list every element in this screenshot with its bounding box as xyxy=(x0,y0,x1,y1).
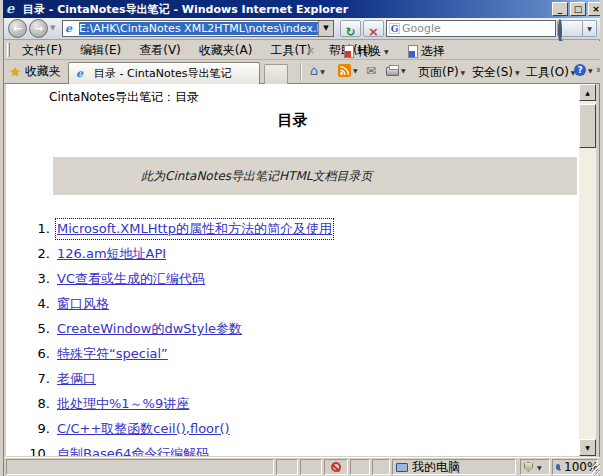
menu-view[interactable]: 查看(V) xyxy=(130,42,190,59)
select-label: 选择 xyxy=(421,43,445,60)
convert-dropdown-icon[interactable]: ▼ xyxy=(384,48,389,55)
help-dropdown-icon[interactable]: ▼ xyxy=(588,67,593,74)
home-dropdown-icon[interactable]: ▼ xyxy=(320,68,325,75)
ie-logo-icon: e xyxy=(6,2,20,16)
scroll-down-button[interactable]: ▼ xyxy=(579,439,596,456)
address-dropdown-icon[interactable]: ▼ xyxy=(318,21,333,36)
stop-button[interactable]: × xyxy=(363,20,384,37)
convert-button[interactable]: 转换 ▼ xyxy=(344,43,389,60)
item-number: 3. xyxy=(24,271,50,286)
minimize-button[interactable]: _ xyxy=(552,2,568,16)
list-item: 4. 窗口风格 xyxy=(24,295,332,320)
list-item: 9. C/C++取整函数ceil(),floor() xyxy=(24,420,332,445)
page-menu-label: 页面(P) xyxy=(418,64,459,81)
item-number: 10. xyxy=(24,446,50,456)
favorites-button[interactable]: ★ 收藏夹 xyxy=(10,63,61,80)
feeds-dropdown-icon[interactable]: ▼ xyxy=(353,67,358,74)
status-panel-2 xyxy=(300,459,322,475)
search-icon xyxy=(558,19,562,42)
vertical-scrollbar[interactable]: ▲ ▼ xyxy=(579,84,596,456)
feeds-button[interactable]: ▼ xyxy=(338,64,358,77)
note-link[interactable]: 特殊字符“special” xyxy=(57,345,168,363)
maximize-button[interactable]: □ xyxy=(570,2,586,16)
list-item: 1. Microsoft.XMLHttp的属性和方法的简介及使用 xyxy=(24,220,332,245)
search-options-dropdown-icon[interactable]: ▼ xyxy=(583,20,597,37)
page-dropdown-icon: ▼ xyxy=(461,69,466,76)
protected-mode-dropdown-icon[interactable]: ▼ xyxy=(537,464,542,471)
tab-title: 目录 - CintaNotes导出笔记 xyxy=(94,66,232,81)
search-box[interactable]: G Google xyxy=(386,20,556,37)
menu-bar: 文件(F) 编辑(E) 查看(V) 收藏夹(A) 工具(T) 帮助(H) × 转… xyxy=(4,41,603,60)
safety-menu-button[interactable]: 安全(S) ▼ xyxy=(472,64,520,81)
page-menu-button[interactable]: 页面(P) ▼ xyxy=(418,64,465,81)
address-input[interactable]: E:\AHK\CintaNotes XML2HTML\notes\index.h… xyxy=(79,22,318,35)
item-number: 9. xyxy=(24,421,50,436)
address-bar[interactable]: e E:\AHK\CintaNotes XML2HTML\notes\index… xyxy=(62,20,334,37)
note-link[interactable]: Microsoft.XMLHttp的属性和方法的简介及使用 xyxy=(57,220,332,238)
help-button[interactable]: ? ▼ xyxy=(574,64,593,76)
note-link[interactable]: 批处理中%1～%9讲座 xyxy=(57,395,189,413)
note-link[interactable]: 126.am短地址API xyxy=(57,245,166,263)
search-button[interactable] xyxy=(557,20,583,37)
toolbar-overflow-icon[interactable]: » xyxy=(596,64,602,75)
stop-icon: × xyxy=(368,24,379,39)
addon-close-icon[interactable]: × xyxy=(306,41,315,60)
doc-title: 目录 xyxy=(6,111,579,130)
note-link[interactable]: 窗口风格 xyxy=(57,295,109,313)
forward-button[interactable]: → xyxy=(29,19,48,38)
convert-icon xyxy=(344,45,354,58)
note-link[interactable]: CreateWindow的dwStyle参数 xyxy=(57,320,242,338)
note-link[interactable]: VC查看或生成的汇编代码 xyxy=(57,270,205,288)
menu-favorites[interactable]: 收藏夹(A) xyxy=(190,42,262,59)
note-link[interactable]: 老俩口 xyxy=(57,370,96,388)
resize-grip[interactable] xyxy=(592,463,603,476)
scrollbar-thumb[interactable] xyxy=(579,104,596,148)
print-button[interactable]: ▼ xyxy=(386,64,406,76)
window-title: 目录 - CintaNotes导出笔记 - Windows Internet E… xyxy=(23,2,552,17)
printer-icon xyxy=(386,67,399,76)
print-dropdown-icon[interactable]: ▼ xyxy=(401,67,406,74)
browser-window: e 目录 - CintaNotes导出笔记 - Windows Internet… xyxy=(0,0,603,476)
list-item: 3. VC查看或生成的汇编代码 xyxy=(24,270,332,295)
status-message-panel xyxy=(6,459,274,475)
zoom-icon xyxy=(556,464,560,470)
navigation-bar: ← → ▼ e E:\AHK\CintaNotes XML2HTML\notes… xyxy=(4,18,603,40)
read-mail-button[interactable]: ✉ xyxy=(366,64,376,78)
list-item: 7. 老俩口 xyxy=(24,370,332,395)
select-button[interactable]: 选择 xyxy=(408,43,445,60)
toolbar-separator xyxy=(300,63,301,81)
feed-icon xyxy=(338,64,351,77)
page-content: CintaNotes导出笔记：目录 目录 此为CintaNotes导出笔记HTM… xyxy=(6,84,579,456)
note-link[interactable]: C/C++取整函数ceil(),floor() xyxy=(57,420,230,438)
tools-menu-button[interactable]: 工具(O) ▼ xyxy=(526,64,575,81)
refresh-button[interactable]: ↻ xyxy=(340,20,361,37)
home-button[interactable]: ⌂ ▼ xyxy=(310,64,325,78)
history-dropdown-icon[interactable]: ▼ xyxy=(50,24,55,32)
menu-grip xyxy=(7,43,10,57)
active-tab[interactable]: e 目录 - CintaNotes导出笔记 xyxy=(68,62,260,84)
protected-mode-panel[interactable]: ▼ xyxy=(520,459,550,475)
close-button[interactable]: × xyxy=(588,2,603,16)
item-number: 6. xyxy=(24,346,50,361)
menu-file[interactable]: 文件(F) xyxy=(13,42,71,59)
doc-header: CintaNotes导出笔记：目录 xyxy=(49,89,199,106)
page-favicon: e xyxy=(65,23,77,35)
new-tab-button[interactable] xyxy=(264,64,288,84)
menu-edit[interactable]: 编辑(E) xyxy=(71,42,130,59)
tab-favicon: e xyxy=(76,68,88,80)
mail-icon: ✉ xyxy=(366,64,376,78)
my-computer-icon xyxy=(396,463,408,472)
refresh-icon: ↻ xyxy=(345,25,355,39)
note-link[interactable]: 自制Base64命令行编解码 xyxy=(57,445,209,456)
safety-menu-label: 安全(S) xyxy=(472,64,513,81)
item-number: 8. xyxy=(24,396,50,411)
back-button[interactable]: ← xyxy=(8,19,27,38)
security-zone-label: 我的电脑 xyxy=(412,459,460,476)
notice-text: 此为CintaNotes导出笔记HTML文档目录页 xyxy=(141,157,372,195)
protected-mode-icon xyxy=(524,462,533,472)
scroll-up-button[interactable]: ▲ xyxy=(579,84,596,101)
search-input[interactable]: Google xyxy=(402,22,555,35)
convert-label: 转换 xyxy=(357,43,381,60)
blocked-content-panel xyxy=(324,459,348,475)
item-number: 7. xyxy=(24,371,50,386)
